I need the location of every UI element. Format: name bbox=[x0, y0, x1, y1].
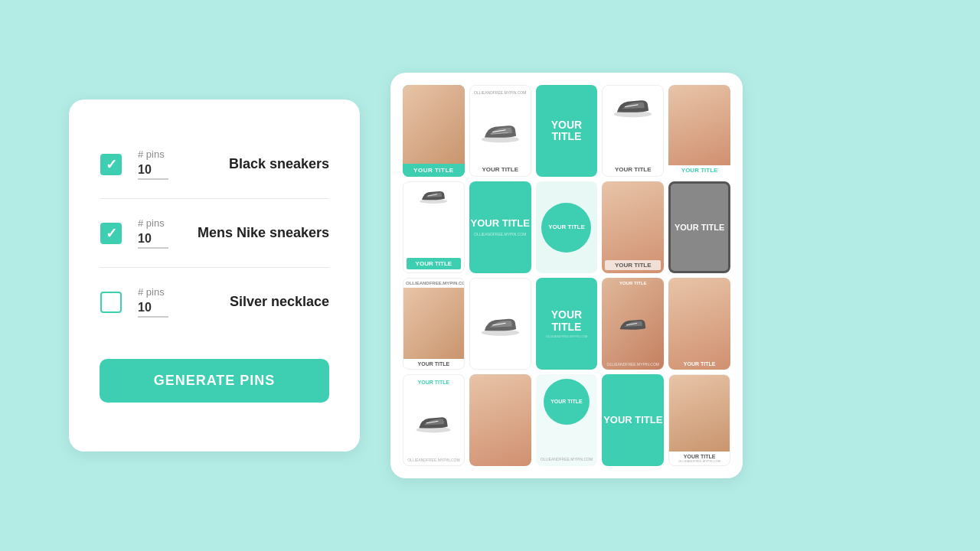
card-title-18: YOUR TITLE bbox=[550, 399, 583, 405]
pin-grid: YOUR TITLE OLLIEANDFREE.MYPIN.COM YOUR T… bbox=[403, 85, 730, 466]
pins-value-2[interactable]: 10 bbox=[138, 232, 168, 249]
pin-card-3[interactable]: YOUR TITLE bbox=[536, 85, 598, 177]
pins-label-2: # pins bbox=[138, 217, 168, 229]
pin-card-2[interactable]: OLLIEANDFREE.MYPIN.COM YOUR TITLE bbox=[469, 85, 531, 177]
checkbox-checked-icon-2[interactable] bbox=[100, 223, 122, 244]
card-title-4: YOUR TITLE bbox=[615, 166, 652, 173]
pin-card-11[interactable]: OLLIEANDFREE.MYPIN.COM YOUR TITLE bbox=[403, 278, 465, 370]
left-panel: # pins 10 Black sneakers # pins 10 Mens … bbox=[69, 99, 360, 452]
card-title-15: YOUR TITLE bbox=[671, 361, 727, 367]
pin-card-12[interactable] bbox=[469, 278, 531, 370]
sneaker-icon-14 bbox=[616, 312, 650, 335]
pin-card-8[interactable]: YOUR TITLE bbox=[536, 181, 598, 273]
generate-pins-button[interactable]: GENERATE PINS bbox=[100, 359, 329, 403]
pin-card-1[interactable]: YOUR TITLE bbox=[403, 85, 465, 177]
item-info-black-sneakers: # pins 10 bbox=[138, 148, 168, 180]
checkbox-silver-necklace[interactable] bbox=[100, 291, 122, 314]
card-title-8: YOUR TITLE bbox=[548, 224, 585, 231]
pin-card-4[interactable]: YOUR TITLE bbox=[602, 85, 664, 177]
pins-value-3[interactable]: 10 bbox=[138, 301, 168, 318]
pin-card-13[interactable]: YOUR TITLE OLLIEANDFREE.MYPIN.COM bbox=[536, 278, 598, 370]
card-title-9: YOUR TITLE bbox=[605, 260, 661, 270]
pins-value-1[interactable]: 10 bbox=[138, 163, 168, 180]
pin-card-19[interactable]: YOUR TITLE bbox=[602, 374, 664, 466]
pin-card-7[interactable]: YOUR TITLE OLLIEANDFREE.MYPIN.COM bbox=[469, 181, 531, 273]
card-title-5: YOUR TITLE bbox=[671, 168, 728, 174]
pin-card-5[interactable]: YOUR TITLE bbox=[668, 85, 730, 177]
checkbox-black-sneakers[interactable] bbox=[100, 153, 122, 176]
url-text-13: OLLIEANDFREE.MYPIN.COM bbox=[546, 334, 588, 338]
sneaker-icon-4 bbox=[612, 92, 654, 119]
item-info-silver-necklace: # pins 10 bbox=[138, 286, 168, 318]
url-text-7: OLLIEANDFREE.MYPIN.COM bbox=[474, 232, 526, 236]
pin-card-18[interactable]: YOUR TITLE OLLIEANDFREE.MYPIN.COM bbox=[536, 374, 598, 466]
card-title-16: YOUR TITLE bbox=[418, 380, 450, 385]
pins-label-3: # pins bbox=[138, 286, 168, 298]
sneaker-icon-12 bbox=[479, 309, 521, 338]
url-text-11: OLLIEANDFREE.MYPIN.COM bbox=[406, 281, 462, 285]
card-title-13: YOUR TITLE bbox=[536, 309, 598, 333]
item-name-mens-nike: Mens Nike sneakers bbox=[198, 225, 329, 241]
card-title-6: YOUR TITLE bbox=[409, 260, 459, 267]
card-title-7: YOUR TITLE bbox=[471, 218, 530, 229]
card-title-14: YOUR TITLE bbox=[619, 281, 647, 285]
item-info-mens-nike: # pins 10 bbox=[138, 217, 168, 249]
url-text-14: OLLIEANDFREE.MYPIN.COM bbox=[607, 362, 659, 367]
sneaker-icon-2 bbox=[479, 117, 521, 144]
item-name-silver-necklace: Silver necklace bbox=[230, 294, 329, 310]
pin-card-20[interactable]: YOUR TITLE OLLIEANDFREE.MYPIN.COM bbox=[668, 374, 730, 466]
pin-card-15[interactable]: YOUR TITLE bbox=[668, 278, 730, 370]
row-item-mens-nike: # pins 10 Mens Nike sneakers bbox=[100, 199, 329, 268]
url-text-20: OLLIEANDFREE.MYPIN.COM bbox=[671, 459, 728, 463]
checkbox-checked-icon[interactable] bbox=[100, 154, 122, 175]
url-text-16: OLLIEANDFREE.MYPIN.COM bbox=[407, 458, 461, 462]
url-text-18: OLLIEANDFREE.MYPIN.COM bbox=[541, 457, 593, 461]
card-title-11: YOUR TITLE bbox=[406, 361, 462, 367]
checkbox-mens-nike[interactable] bbox=[100, 222, 122, 245]
sneaker-icon-16 bbox=[414, 409, 452, 434]
card-title-20: YOUR TITLE bbox=[671, 454, 728, 459]
pin-card-9[interactable]: YOUR TITLE bbox=[602, 181, 664, 273]
pin-card-6[interactable]: YOUR TITLE bbox=[403, 181, 465, 273]
row-item-black-sneakers: # pins 10 Black sneakers bbox=[100, 130, 329, 199]
main-container: # pins 10 Black sneakers # pins 10 Mens … bbox=[69, 73, 911, 478]
url-text-2: OLLIEANDFREE.MYPIN.COM bbox=[474, 90, 526, 95]
right-panel: YOUR TITLE OLLIEANDFREE.MYPIN.COM YOUR T… bbox=[390, 73, 743, 478]
card-title-19: YOUR TITLE bbox=[603, 415, 662, 425]
card-title-10: YOUR TITLE bbox=[675, 223, 724, 232]
pin-card-16[interactable]: YOUR TITLE OLLIEANDFREE.MYPIN.COM bbox=[403, 374, 465, 466]
card-title-1: YOUR TITLE bbox=[406, 167, 462, 174]
pin-card-14[interactable]: YOUR TITLE OLLIEANDFREE.MYPIN.COM bbox=[602, 278, 664, 370]
pin-card-17[interactable] bbox=[469, 374, 531, 466]
item-name-black-sneakers: Black sneakers bbox=[229, 156, 329, 172]
row-item-silver-necklace: # pins 10 Silver necklace bbox=[100, 268, 329, 336]
pins-label-1: # pins bbox=[138, 148, 168, 160]
sneaker-icon-6 bbox=[418, 185, 449, 204]
card-title-3: YOUR TITLE bbox=[536, 119, 598, 143]
card-title-2: YOUR TITLE bbox=[482, 166, 518, 173]
checkbox-unchecked-icon[interactable] bbox=[100, 292, 122, 313]
pin-card-10[interactable]: YOUR TITLE bbox=[668, 181, 730, 273]
